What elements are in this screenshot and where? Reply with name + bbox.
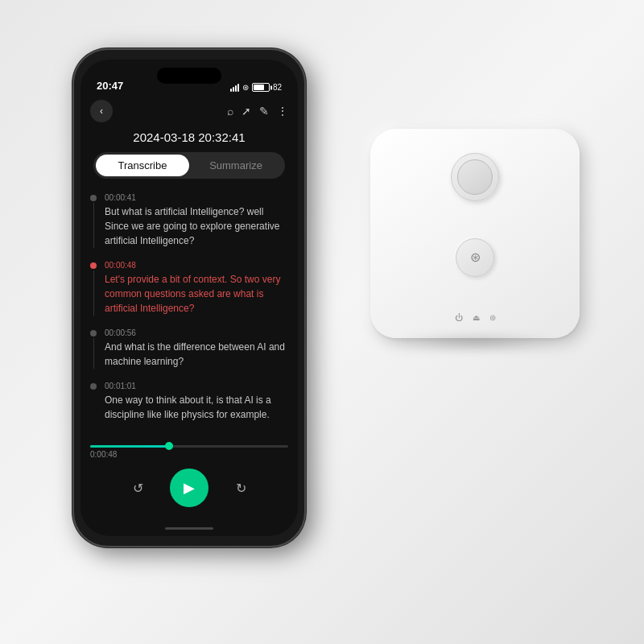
transcript-text-1: But what is artificial Intelligence? wel… <box>105 204 290 248</box>
timestamp-1: 00:00:41 <box>105 193 290 202</box>
nav-icons: ⌕ ➚ ✎ ⋮ <box>227 105 288 118</box>
status-time: 20:47 <box>97 80 123 92</box>
progress-thumb <box>165 442 173 450</box>
rewind-icon: ↺ <box>133 481 143 496</box>
forward-icon: ↻ <box>236 481 246 496</box>
play-icon: ▶ <box>184 479 195 497</box>
current-time-label: 0:00:48 <box>90 450 288 459</box>
timeline-line-1 <box>93 203 94 248</box>
timeline-content-1: 00:00:41 But what is artificial Intellig… <box>105 193 298 248</box>
status-icons: ⊛ 82 <box>230 83 282 92</box>
timestamp-3: 00:00:56 <box>105 328 290 337</box>
battery-percent: 82 <box>273 83 282 92</box>
list-item: 00:00:48 Let's provide a bit of context.… <box>89 254 298 322</box>
home-bar <box>165 527 213 530</box>
device-mic-icon: ⏏ <box>473 313 480 322</box>
timeline-left-3 <box>89 328 98 369</box>
timeline-dot-2 <box>90 262 97 269</box>
progress-track[interactable] <box>90 445 288 448</box>
timestamp-2: 00:00:48 <box>105 261 290 270</box>
timeline-line-2 <box>93 270 94 316</box>
scene: 20:47 ⊛ 82 <box>0 0 644 644</box>
transcript-area: 00:00:41 But what is artificial Intellig… <box>80 187 298 439</box>
transcript-text-3: And what is the difference between AI an… <box>105 340 290 369</box>
tab-summarize[interactable]: Summarize <box>189 155 283 176</box>
device-signal-icon: ⊛ <box>489 313 496 322</box>
timeline-line-3 <box>93 338 94 369</box>
progress-area: 0:00:48 <box>80 439 298 462</box>
list-item: 00:00:41 But what is artificial Intellig… <box>89 187 298 254</box>
device-top-button[interactable] <box>451 153 499 201</box>
edit-icon[interactable]: ✎ <box>259 105 269 118</box>
progress-fill <box>90 445 169 448</box>
share-icon[interactable]: ➚ <box>242 105 251 118</box>
record-title: 2024-03-18 20:32:41 <box>80 127 298 152</box>
device-wifi-icon: ⊛ <box>470 250 481 265</box>
device-bottom-icons: ⏻ ⏏ ⊛ <box>455 313 496 322</box>
dynamic-island <box>157 68 221 84</box>
home-indicator <box>80 520 298 536</box>
timeline-left-1 <box>89 193 98 248</box>
battery-icon <box>252 83 270 92</box>
timeline-dot-4 <box>90 383 97 390</box>
back-button[interactable]: ‹ <box>90 100 113 122</box>
phone-wrapper: 20:47 ⊛ 82 <box>72 48 306 547</box>
tab-transcribe[interactable]: Transcribe <box>96 155 189 176</box>
timeline-content-3: 00:00:56 And what is the difference betw… <box>105 328 298 369</box>
device-body: ⊛ ⏻ ⏏ ⊛ <box>370 129 580 338</box>
rewind-button[interactable]: ↺ <box>125 475 151 501</box>
device-wrapper: ⊛ ⏻ ⏏ ⊛ <box>370 129 580 338</box>
more-icon[interactable]: ⋮ <box>277 105 288 118</box>
transcript-text-2: Let's provide a bit of context. So two v… <box>105 272 290 316</box>
timeline-dot-3 <box>90 330 97 336</box>
device-power-icon: ⏻ <box>455 313 463 322</box>
signal-bars-icon <box>230 84 239 92</box>
search-icon[interactable]: ⌕ <box>227 105 233 118</box>
list-item: 00:00:56 And what is the difference betw… <box>89 322 298 375</box>
back-icon: ‹ <box>100 105 103 117</box>
playback-controls: ↺ ▶ ↻ <box>80 462 298 520</box>
phone-screen: 20:47 ⊛ 82 <box>80 60 298 536</box>
transcript-timeline: 00:00:41 But what is artificial Intellig… <box>89 187 298 428</box>
wifi-icon: ⊛ <box>242 83 249 92</box>
forward-button[interactable]: ↻ <box>228 475 254 501</box>
list-item: 00:01:01 One way to think about it, is t… <box>89 375 298 428</box>
timeline-content-4: 00:01:01 One way to think about it, is t… <box>105 382 298 422</box>
device-mid-button[interactable]: ⊛ <box>456 238 494 277</box>
timestamp-4: 00:01:01 <box>105 382 290 390</box>
timeline-left-2 <box>89 261 98 316</box>
device-top-button-inner <box>457 159 493 195</box>
top-nav: ‹ ⌕ ➚ ✎ ⋮ <box>80 95 298 127</box>
transcript-text-4: One way to think about it, is that AI is… <box>105 393 290 422</box>
tabs: Transcribe Summarize <box>93 152 285 179</box>
timeline-dot-1 <box>90 195 97 201</box>
timeline-content-2: 00:00:48 Let's provide a bit of context.… <box>105 261 298 316</box>
device-shadow <box>391 334 559 350</box>
play-button[interactable]: ▶ <box>170 469 208 507</box>
phone-frame: 20:47 ⊛ 82 <box>72 48 306 547</box>
timeline-left-4 <box>89 382 98 422</box>
